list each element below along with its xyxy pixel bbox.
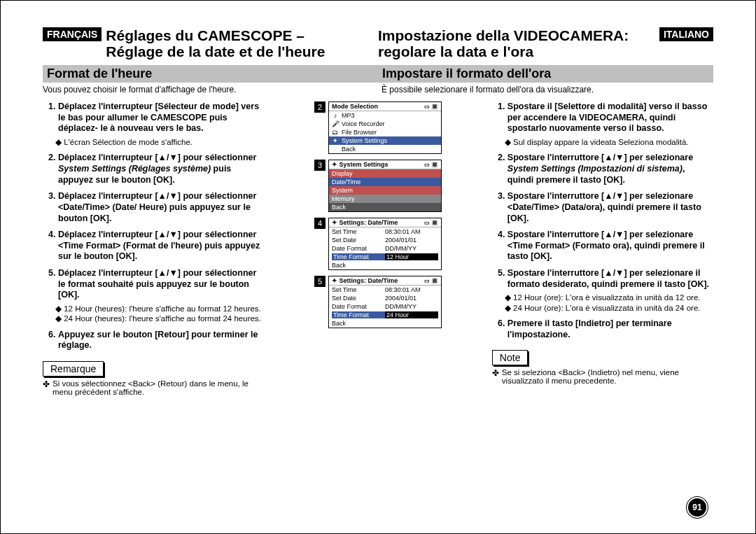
screen-datetime-5: ✦ Settings: Date/Time Set Time08:30:01 A… (328, 276, 442, 328)
fr-step-1: Déplacez l'interrupteur [Sélecteur de mo… (58, 101, 264, 147)
note-text-it: Se si seleziona <Back> (Indietro) nel me… (492, 368, 713, 385)
it-step-5: Spostare l'interruttore [▲/▼] per selezi… (507, 268, 713, 313)
fr-step-6: Appuyez sur le bouton [Retour] pour term… (58, 330, 264, 351)
it-bullet-24h: 24 Hour (ore): L'ora è visualizzata in u… (505, 303, 713, 313)
fr-step1-sub: L'écran Sélection de mode s'affiche. (55, 137, 264, 147)
intro-fr: Vous pouvez choisir le format d'affichag… (43, 85, 374, 94)
it-step-6: Premere il tasto [Indietro] per terminar… (507, 318, 713, 340)
title-it-1: Impostazione della VIDEOCAMERA: (378, 27, 629, 43)
subtitle-it: Impostare il formato dell'ora (378, 65, 713, 83)
manual-page: FRANÇAIS Réglages du CAMESCOPE – Réglage… (0, 0, 756, 534)
it-step-2: Spostare l'interruttore [▲/▼] per selezi… (507, 153, 713, 185)
fr-step-4: Déplacez l'interrupteur [▲/▼] pour sélec… (58, 230, 264, 262)
title-fr-2: Réglage de la date et de l'heure (106, 43, 325, 59)
header-row: FRANÇAIS Réglages du CAMESCOPE – Réglage… (43, 27, 713, 59)
col-screens: 2 Mode Selection ♪MP3 🎤Voice Recorder 🗂F… (264, 101, 492, 396)
it-step-3: Spostare l'interruttore [▲/▼] per selezi… (507, 191, 713, 224)
it-bullet-12h: 12 Hour (ore): L'ora è visualizzata in u… (505, 293, 713, 302)
intro-it: È possibile selezionare il formato dell'… (374, 85, 713, 94)
it-step-4: Spostare l'interruttore [▲/▼] per selezi… (507, 230, 713, 262)
lang-tag-fr: FRANÇAIS (43, 27, 102, 41)
screen-datetime-4: ✦ Settings: Date/Time Set Time08:30:01 A… (328, 218, 442, 270)
col-italian: Spostare il [Selettore di modalità] vers… (492, 101, 713, 396)
lang-tag-it: ITALIANO (659, 27, 713, 41)
note-label-fr: Remarque (43, 361, 104, 377)
note-label-it: Note (492, 350, 528, 365)
screen-num-3: 3 (314, 160, 326, 171)
music-icon: ♪ (332, 112, 339, 119)
col-french: Déplacez l'interrupteur [Sélecteur de mo… (43, 101, 264, 396)
screen-num-2: 2 (314, 101, 326, 113)
title-it-2: regolare la data e l'ora (378, 43, 629, 59)
screen-num-4: 4 (314, 218, 326, 229)
settings-icon: ✦ (332, 137, 339, 144)
page-number: 91 (688, 498, 706, 517)
note-text-fr: Si vous sélectionnez <Back> (Retour) dan… (43, 379, 264, 396)
it-step1-sub: Sul display appare la videata Seleziona … (505, 137, 713, 147)
subtitle-fr: Format de l'heure (43, 65, 378, 83)
screen-system-settings: ✦ System Settings Display Date/Time Syst… (328, 160, 442, 212)
screen-num-5: 5 (314, 276, 326, 287)
it-step-1: Spostare il [Selettore di modalità] vers… (507, 101, 713, 147)
folder-icon: 🗂 (332, 129, 339, 136)
fr-bullet-24h: 24 Hour (heures): l'heure s'affiche au f… (55, 314, 264, 323)
fr-bullet-12h: 12 Hour (heures): l'heure s'affiche au f… (55, 304, 264, 314)
title-fr-1: Réglages du CAMESCOPE – (106, 27, 325, 43)
fr-step-3: Déplacez l'interrupteur [▲/▼] pour sélec… (58, 191, 264, 224)
mic-icon: 🎤 (332, 120, 339, 127)
fr-step-5: Déplacez l'interrupteur [▲/▼] pour sélec… (58, 268, 264, 324)
screen-mode-selection: Mode Selection ♪MP3 🎤Voice Recorder 🗂Fil… (328, 101, 442, 154)
fr-step-2: Déplacez l'interrupteur [▲/▼] pour sélec… (58, 153, 264, 185)
